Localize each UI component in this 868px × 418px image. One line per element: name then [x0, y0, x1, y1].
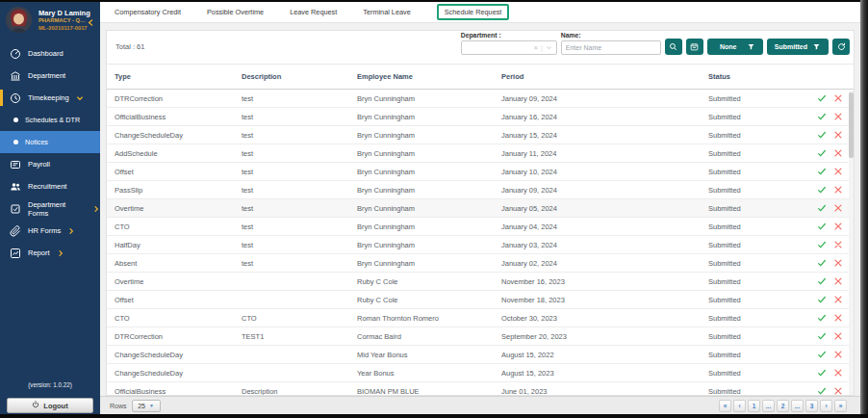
- table-row[interactable]: AddScheduletestBryn CunninghamJanuary 11…: [107, 144, 854, 163]
- reject-icon[interactable]: [833, 295, 843, 304]
- page-2-button[interactable]: 2: [777, 400, 789, 412]
- table-row[interactable]: AbsenttestBryn CunninghamJanuary 02, 202…: [107, 254, 854, 273]
- reject-icon[interactable]: [833, 240, 843, 249]
- approve-icon[interactable]: [817, 93, 827, 103]
- approve-icon[interactable]: [817, 130, 827, 140]
- approve-icon[interactable]: [817, 258, 827, 268]
- sidebar-collapse-icon[interactable]: [87, 13, 95, 22]
- approve-icon[interactable]: [817, 386, 827, 396]
- reject-icon[interactable]: [833, 203, 843, 213]
- table-row[interactable]: DTRCorrectiontestBryn CunninghamJanuary …: [107, 90, 854, 108]
- approve-icon[interactable]: [817, 240, 827, 249]
- scrollbar-thumb[interactable]: [849, 92, 854, 158]
- sidebar-item-notices[interactable]: Notices: [0, 131, 100, 153]
- table-row[interactable]: CTOtestBryn CunninghamJanuary 04, 2024Su…: [107, 218, 854, 236]
- ellipsis[interactable]: ...: [762, 400, 775, 412]
- page-3-button[interactable]: 3: [805, 400, 818, 412]
- reject-icon[interactable]: [833, 130, 843, 140]
- table-row[interactable]: OfficialBusinesstestBryn CunninghamJanua…: [107, 108, 854, 126]
- tab-leave-request[interactable]: Leave Request: [290, 8, 337, 16]
- table-scrollbar[interactable]: [849, 91, 854, 395]
- name-input[interactable]: [561, 40, 661, 55]
- reject-icon[interactable]: [833, 93, 843, 103]
- table-row[interactable]: ChangeScheduleDaytestBryn CunninghamJanu…: [107, 126, 854, 144]
- sidebar-item-report[interactable]: Report: [0, 242, 100, 264]
- reject-icon[interactable]: [833, 313, 843, 323]
- last-page-button[interactable]: »: [834, 400, 847, 412]
- approve-icon[interactable]: [817, 185, 827, 195]
- name-filter-group: Name:: [561, 32, 661, 55]
- table-row[interactable]: OvertimeRuby C ColeNovember 16, 2023Subm…: [107, 273, 854, 291]
- first-page-button[interactable]: «: [719, 400, 731, 412]
- table-row[interactable]: ChangeScheduleDayMid Year BonusAugust 15…: [107, 346, 854, 364]
- chevron-down-icon[interactable]: [546, 44, 552, 52]
- table-row[interactable]: OffsettestBryn CunninghamJanuary 10, 202…: [107, 163, 854, 181]
- sidebar-item-dashboard[interactable]: Dashboard: [0, 42, 100, 65]
- reject-icon[interactable]: [833, 185, 843, 195]
- reject-icon[interactable]: [833, 331, 843, 341]
- approve-icon[interactable]: [817, 350, 827, 359]
- clear-icon[interactable]: ×: [534, 44, 538, 51]
- sidebar-item-department-forms[interactable]: Department Forms: [0, 197, 100, 220]
- table-row[interactable]: ChangeScheduleDayYear BonusAugust 15, 20…: [107, 364, 854, 382]
- approve-icon[interactable]: [817, 313, 827, 323]
- reject-icon[interactable]: [833, 350, 843, 359]
- employee-name-cell: Bryn Cunningham: [357, 259, 501, 268]
- search-button[interactable]: [665, 39, 682, 55]
- approve-icon[interactable]: [817, 331, 827, 341]
- approve-icon[interactable]: [817, 368, 827, 378]
- power-icon: [32, 401, 39, 410]
- reject-icon[interactable]: [833, 148, 843, 158]
- table-row[interactable]: OfficialBusinessDescriptionBIOMAN PM BLU…: [107, 382, 854, 396]
- approve-icon[interactable]: [817, 148, 827, 158]
- approve-icon[interactable]: [817, 295, 827, 304]
- table-row[interactable]: OffsetRuby C ColeNovember 18, 2023Submit…: [107, 291, 854, 309]
- table-row[interactable]: DTRCorrectionTEST1Cormac BairdSeptember …: [107, 327, 854, 346]
- status-cell: Submitted: [708, 149, 794, 158]
- reject-icon[interactable]: [833, 368, 843, 378]
- approve-icon[interactable]: [817, 112, 827, 121]
- sidebar-item-timekeeping[interactable]: Timekeeping: [0, 87, 100, 109]
- sidebar-item-department[interactable]: Department: [0, 65, 100, 87]
- sidebar-item-payroll[interactable]: Payroll: [0, 153, 100, 175]
- employee-name-cell: Cormac Baird: [357, 332, 501, 341]
- department-select[interactable]: × |: [461, 40, 557, 55]
- employee-name-cell: Bryn Cunningham: [357, 222, 501, 231]
- tab-terminal-leave[interactable]: Terminal Leave: [363, 8, 410, 16]
- approve-icon[interactable]: [817, 222, 827, 231]
- next-page-button[interactable]: ›: [820, 400, 832, 412]
- reject-icon[interactable]: [833, 222, 843, 231]
- sidebar-item-schedules-dtr[interactable]: Schedules & DTR: [0, 109, 100, 131]
- none-filter-button[interactable]: None: [707, 39, 763, 55]
- tab-compensatory-credit[interactable]: Compensatory Credit: [115, 8, 181, 16]
- status-cell: Submitted: [708, 277, 794, 286]
- status-filter-button[interactable]: Submitted: [767, 39, 829, 55]
- sidebar-item-label: Dashboard: [28, 49, 64, 58]
- sidebar-item-hr-forms[interactable]: HR Forms: [0, 220, 100, 242]
- table-row[interactable]: PassSliptestBryn CunninghamJanuary 09, 2…: [107, 181, 854, 199]
- reject-icon[interactable]: [833, 258, 843, 268]
- table-row[interactable]: HalfDaytestBryn CunninghamJanuary 03, 20…: [107, 236, 854, 254]
- sidebar-item-recruitment[interactable]: Recruitment: [0, 175, 100, 197]
- refresh-button[interactable]: [832, 39, 850, 55]
- prev-page-button[interactable]: ‹: [733, 400, 746, 412]
- table-row[interactable]: OvertimetestBryn CunninghamJanuary 05, 2…: [107, 199, 854, 218]
- logout-button[interactable]: Logout: [7, 398, 93, 413]
- reject-icon[interactable]: [833, 112, 843, 121]
- tab-possible-overtime[interactable]: Possible Overtime: [207, 8, 264, 16]
- tab-schedule-request[interactable]: Schedule Request: [437, 4, 510, 20]
- approve-icon[interactable]: [817, 203, 827, 213]
- sidebar-item-label: Department: [28, 71, 65, 80]
- description-cell: test: [242, 222, 357, 231]
- rows-per-page-select[interactable]: 25 ▼: [132, 400, 161, 412]
- reject-icon[interactable]: [833, 386, 843, 396]
- approve-icon[interactable]: [817, 276, 827, 286]
- status-cell: Submitted: [708, 296, 794, 304]
- ellipsis[interactable]: ...: [791, 400, 804, 412]
- table-row[interactable]: CTOCTORoman Thornton RomeroOctober 30, 2…: [107, 309, 854, 327]
- reject-icon[interactable]: [833, 276, 843, 286]
- calendar-button[interactable]: [686, 39, 703, 55]
- approve-icon[interactable]: [817, 167, 827, 176]
- reject-icon[interactable]: [833, 167, 843, 176]
- page-1-button[interactable]: 1: [748, 400, 760, 412]
